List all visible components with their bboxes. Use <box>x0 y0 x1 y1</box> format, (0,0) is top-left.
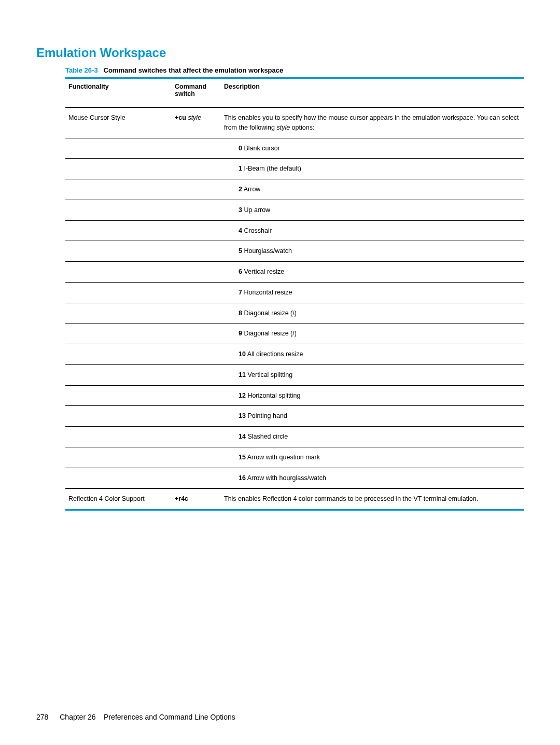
cell-option: 4 Crosshair <box>221 220 524 241</box>
table-row: 2 Arrow <box>65 179 524 200</box>
desc-before-italic: This enables you to specify how the mous… <box>224 114 519 131</box>
table-row: 9 Diagonal resize (/) <box>65 324 524 344</box>
chapter-label: Chapter 26 <box>60 713 95 721</box>
option-label: Arrow with hourglass/watch <box>247 474 326 482</box>
cell-option: 15 Arrow with question mark <box>221 447 524 468</box>
table-row: Mouse Cursor Style +cu style This enable… <box>65 107 524 138</box>
option-num: 10 <box>239 350 246 358</box>
option-label: Vertical splitting <box>247 371 292 378</box>
option-label: Diagonal resize (\) <box>244 310 296 317</box>
option-num: 1 <box>239 165 242 172</box>
command-switches-table: Functionality Command switch Description… <box>65 77 524 511</box>
option-label: Horizontal splitting <box>247 392 300 399</box>
option-label: Up arrow <box>244 206 270 214</box>
option-label: Blank cursor <box>244 145 279 152</box>
cell-command-switch: +cu style <box>172 107 221 138</box>
cell-functionality: Reflection 4 Color Support <box>65 488 172 510</box>
cell-option: 8 Diagonal resize (\) <box>221 303 524 324</box>
option-num: 6 <box>239 268 242 275</box>
table-row: Reflection 4 Color Support +r4c This ena… <box>65 488 524 510</box>
option-label: Hourglass/watch <box>244 247 291 255</box>
cell-option: 11 Vertical splitting <box>221 364 524 385</box>
page-footer: 278 Chapter 26 Preferences and Command L… <box>36 713 235 721</box>
option-num: 14 <box>239 433 246 440</box>
table-row: 6 Vertical resize <box>65 262 524 283</box>
cell-option: 5 Hourglass/watch <box>221 241 524 262</box>
cell-option: 10 All directions resize <box>221 344 524 365</box>
option-num: 2 <box>239 186 242 193</box>
option-label: Crosshair <box>244 227 272 234</box>
option-num: 7 <box>239 289 242 296</box>
table-row: 0 Blank cursor <box>65 138 524 159</box>
table-caption-prefix: Table 26-3 <box>65 66 98 74</box>
table-row: 14 Slashed circle <box>65 427 524 447</box>
table-row: 7 Horizontal resize <box>65 282 524 303</box>
switch-italic: style <box>188 114 201 121</box>
cell-option: 3 Up arrow <box>221 200 524 220</box>
option-label: Vertical resize <box>244 268 284 275</box>
table-row: 3 Up arrow <box>65 200 524 220</box>
table-row: 12 Horizontal splitting <box>65 385 524 406</box>
option-num: 4 <box>239 227 242 234</box>
table-container: Table 26-3 Command switches that affect … <box>65 66 524 511</box>
option-num: 12 <box>239 392 246 399</box>
option-label: Diagonal resize (/) <box>244 330 296 337</box>
cell-option: 6 Vertical resize <box>221 262 524 283</box>
table-row: 16 Arrow with hourglass/watch <box>65 468 524 488</box>
desc-after-italic: options: <box>290 124 314 131</box>
table-row: 11 Vertical splitting <box>65 364 524 385</box>
option-num: 11 <box>239 371 246 378</box>
section-heading: Emulation Workspace <box>36 46 524 60</box>
option-num: 5 <box>239 247 242 255</box>
chapter-title: Preferences and Command Line Options <box>104 713 235 721</box>
cell-option: 9 Diagonal resize (/) <box>221 324 524 344</box>
cell-option: 0 Blank cursor <box>221 138 524 159</box>
cell-option: 12 Horizontal splitting <box>221 385 524 406</box>
col-header-description: Description <box>221 78 524 108</box>
option-label: Slashed circle <box>247 433 288 440</box>
cell-command-switch: +r4c <box>172 488 221 510</box>
col-header-functionality: Functionality <box>65 78 172 108</box>
option-label: Horizontal resize <box>244 289 292 296</box>
cell-functionality: Mouse Cursor Style <box>65 107 172 138</box>
option-num: 0 <box>239 145 242 152</box>
table-row: 5 Hourglass/watch <box>65 241 524 262</box>
option-num: 16 <box>239 474 246 482</box>
option-label: I-Beam (the default) <box>244 165 301 172</box>
table-row: 15 Arrow with question mark <box>65 447 524 468</box>
cell-option: 16 Arrow with hourglass/watch <box>221 468 524 488</box>
option-label: All directions resize <box>247 350 303 358</box>
table-row: 10 All directions resize <box>65 344 524 365</box>
option-num: 8 <box>239 310 242 317</box>
table-row: 8 Diagonal resize (\) <box>65 303 524 324</box>
cell-option: 7 Horizontal resize <box>221 282 524 303</box>
switch-bold: +cu <box>175 114 186 121</box>
option-label: Arrow with question mark <box>247 454 320 461</box>
option-num: 9 <box>239 330 242 337</box>
cell-option: 14 Slashed circle <box>221 427 524 447</box>
option-num: 15 <box>239 454 246 461</box>
cell-option: 2 Arrow <box>221 179 524 200</box>
switch-bold: +r4c <box>175 495 188 502</box>
col-header-command-switch: Command switch <box>172 78 221 108</box>
table-row: 13 Pointing hand <box>65 406 524 427</box>
cell-option: 1 I-Beam (the default) <box>221 159 524 179</box>
desc-italic: style <box>276 124 290 131</box>
cell-description: This enables you to specify how the mous… <box>221 107 524 138</box>
table-row: 1 I-Beam (the default) <box>65 159 524 179</box>
option-num: 3 <box>239 206 242 214</box>
table-caption: Table 26-3 Command switches that affect … <box>65 66 524 74</box>
option-label: Pointing hand <box>247 412 287 419</box>
option-num: 13 <box>239 412 246 419</box>
option-label: Arrow <box>244 186 261 193</box>
table-row: 4 Crosshair <box>65 220 524 241</box>
cell-description: This enables Reflection 4 color commands… <box>221 488 524 510</box>
page-number: 278 <box>36 713 48 721</box>
cell-option: 13 Pointing hand <box>221 406 524 427</box>
table-caption-title: Command switches that affect the emulati… <box>104 66 284 74</box>
